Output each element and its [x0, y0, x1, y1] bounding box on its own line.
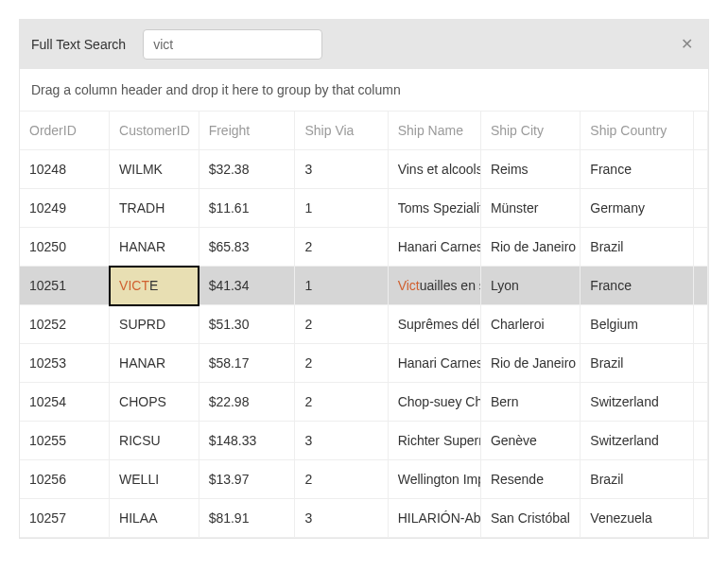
table-cell[interactable]: 10255 — [20, 422, 110, 460]
table-row[interactable]: 10251VICTE$41.341Victuailles en stockLyo… — [20, 267, 708, 305]
table-cell[interactable]: $81.91 — [199, 499, 295, 538]
table-cell[interactable]: HANAR — [110, 228, 199, 267]
table-cell[interactable]: Belgium — [581, 305, 694, 344]
row-spacer — [694, 422, 708, 460]
table-cell[interactable]: 10248 — [20, 150, 110, 189]
table-cell[interactable]: Resende — [480, 460, 580, 499]
table-cell[interactable]: Rio de Janeiro — [480, 344, 580, 383]
table-cell[interactable]: Hanari Carnes — [388, 344, 480, 383]
table-cell[interactable]: 10257 — [20, 499, 110, 538]
table-cell[interactable]: 3 — [295, 150, 388, 189]
table-cell[interactable]: Genève — [480, 422, 580, 460]
table-cell[interactable]: Toms Spezialitäten — [388, 189, 480, 228]
table-cell[interactable]: $32.38 — [199, 150, 295, 189]
table-cell[interactable]: Wellington Importadora — [388, 460, 480, 499]
table-cell[interactable]: Victuailles en stock — [388, 267, 480, 305]
table-row[interactable]: 10250HANAR$65.832Hanari CarnesRio de Jan… — [20, 228, 708, 267]
table-cell[interactable]: San Cristóbal — [480, 499, 580, 538]
table-cell[interactable]: 10252 — [20, 305, 110, 344]
table-cell[interactable]: Charleroi — [480, 305, 580, 344]
column-header[interactable]: OrderID — [20, 112, 110, 150]
table-row[interactable]: 10252SUPRD$51.302Suprêmes délicesCharler… — [20, 305, 708, 344]
table-cell[interactable]: 10249 — [20, 189, 110, 228]
table-cell[interactable]: $65.83 — [199, 228, 295, 267]
table-cell[interactable]: 10256 — [20, 460, 110, 499]
table-cell[interactable]: $11.61 — [199, 189, 295, 228]
column-header[interactable]: CustomerID — [110, 112, 199, 150]
table-cell[interactable]: France — [581, 267, 694, 305]
row-spacer — [694, 150, 708, 189]
table-cell[interactable]: Lyon — [480, 267, 580, 305]
column-header[interactable]: Freight — [199, 112, 295, 150]
table-cell[interactable]: $22.98 — [199, 383, 295, 422]
table-row[interactable]: 10256WELLI$13.972Wellington ImportadoraR… — [20, 460, 708, 499]
search-toolbar: Full Text Search ✕ — [20, 20, 708, 69]
table-cell[interactable]: Switzerland — [581, 422, 694, 460]
table-row[interactable]: 10249TRADH$11.611Toms SpezialitätenMünst… — [20, 189, 708, 228]
table-cell[interactable]: Rio de Janeiro — [480, 228, 580, 267]
table-cell[interactable]: $41.34 — [199, 267, 295, 305]
row-spacer — [694, 344, 708, 383]
row-spacer — [694, 460, 708, 499]
table-cell[interactable]: 1 — [295, 267, 388, 305]
table-cell[interactable]: Hanari Carnes — [388, 228, 480, 267]
table-cell[interactable]: WILMK — [110, 150, 199, 189]
row-spacer — [694, 305, 708, 344]
table-cell[interactable]: Münster — [480, 189, 580, 228]
column-header[interactable]: Ship City — [480, 112, 580, 150]
close-icon[interactable]: ✕ — [677, 35, 697, 54]
table-cell[interactable]: $58.17 — [199, 344, 295, 383]
table-cell[interactable]: Suprêmes délices — [388, 305, 480, 344]
table-cell[interactable]: Reims — [480, 150, 580, 189]
table-cell[interactable]: SUPRD — [110, 305, 199, 344]
table-cell[interactable]: 10250 — [20, 228, 110, 267]
table-cell[interactable]: Brazil — [581, 344, 694, 383]
table-cell[interactable]: Germany — [581, 189, 694, 228]
group-drop-area[interactable]: Drag a column header and drop it here to… — [20, 69, 708, 111]
table-cell[interactable]: 1 — [295, 189, 388, 228]
table-row[interactable]: 10253HANAR$58.172Hanari CarnesRio de Jan… — [20, 344, 708, 383]
table-row[interactable]: 10257HILAA$81.913HILARIÓN-AbastosSan Cri… — [20, 499, 708, 538]
table-cell[interactable]: 2 — [295, 344, 388, 383]
table-cell[interactable]: Vins et alcools Chevalier — [388, 150, 480, 189]
table-cell[interactable]: TRADH — [110, 189, 199, 228]
column-header[interactable]: Ship Via — [295, 112, 388, 150]
table-cell[interactable]: WELLI — [110, 460, 199, 499]
column-header[interactable]: Ship Country — [581, 112, 694, 150]
table-cell[interactable]: CHOPS — [110, 383, 199, 422]
search-input[interactable] — [143, 29, 322, 60]
table-cell[interactable]: VICTE — [110, 267, 199, 305]
table-cell[interactable]: HANAR — [110, 344, 199, 383]
table-cell[interactable]: 10253 — [20, 344, 110, 383]
search-label: Full Text Search — [31, 37, 126, 52]
table-cell[interactable]: $148.33 — [199, 422, 295, 460]
table-cell[interactable]: Brazil — [581, 460, 694, 499]
table-row[interactable]: 10248WILMK$32.383Vins et alcools Chevali… — [20, 150, 708, 189]
table-cell[interactable]: HILAA — [110, 499, 199, 538]
column-header[interactable]: Ship Name — [388, 112, 480, 150]
table-cell[interactable]: France — [581, 150, 694, 189]
table-cell[interactable]: $13.97 — [199, 460, 295, 499]
table-cell[interactable]: $51.30 — [199, 305, 295, 344]
table-cell[interactable]: 2 — [295, 383, 388, 422]
table-cell[interactable]: Chop-suey Chinese — [388, 383, 480, 422]
data-grid: Full Text Search ✕ Drag a column header … — [19, 19, 709, 539]
table-cell[interactable]: 2 — [295, 460, 388, 499]
table-cell[interactable]: 2 — [295, 228, 388, 267]
table-cell[interactable]: 10251 — [20, 267, 110, 305]
table-row[interactable]: 10254CHOPS$22.982Chop-suey ChineseBernSw… — [20, 383, 708, 422]
table-cell[interactable]: Switzerland — [581, 383, 694, 422]
table-cell[interactable]: 10254 — [20, 383, 110, 422]
row-spacer — [694, 267, 708, 305]
table-row[interactable]: 10255RICSU$148.333Richter SupermarktGenè… — [20, 422, 708, 460]
table-cell[interactable]: RICSU — [110, 422, 199, 460]
table-cell[interactable]: Brazil — [581, 228, 694, 267]
table-cell[interactable]: 3 — [295, 422, 388, 460]
table-cell[interactable]: Venezuela — [581, 499, 694, 538]
table-cell[interactable]: HILARIÓN-Abastos — [388, 499, 480, 538]
row-spacer — [694, 499, 708, 538]
table-cell[interactable]: Bern — [480, 383, 580, 422]
table-cell[interactable]: 2 — [295, 305, 388, 344]
table-cell[interactable]: Richter Supermarkt — [388, 422, 480, 460]
table-cell[interactable]: 3 — [295, 499, 388, 538]
